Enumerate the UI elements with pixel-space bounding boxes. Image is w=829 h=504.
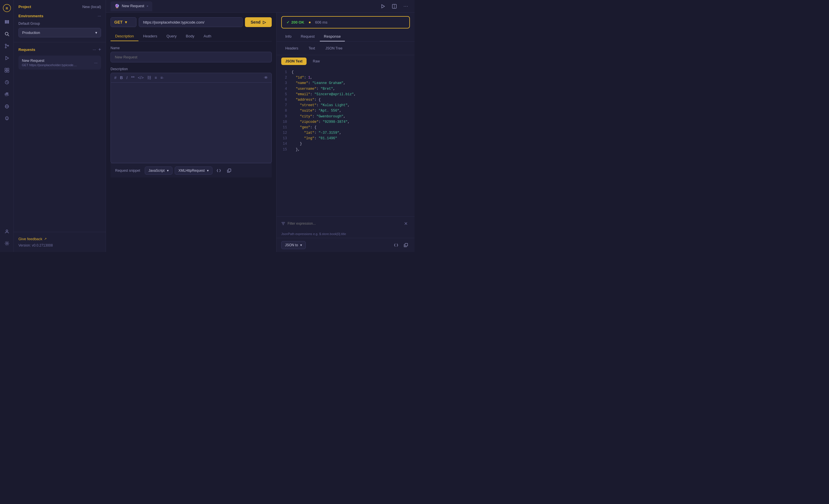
response-panel: ✓ 200 OK 606 ms Info Request Response He… [276,13,414,252]
json-line: 3 "name": "Leanne Graham", [281,81,410,86]
description-toolbar: # B I ❝❝ </> ⛓ ≡ ≡· 👁 [111,73,272,83]
request-item-name: New Request [22,59,77,63]
resp-tab-request[interactable]: Request [297,32,319,41]
snippet-library-select[interactable]: XMLHttpRequest ▾ [175,166,212,175]
name-field-label: Name [111,46,272,50]
svg-point-28 [6,230,8,232]
tab-description[interactable]: Description [111,32,139,41]
toolbar-code-icon[interactable]: </> [138,75,144,80]
description-editor-body[interactable] [111,83,272,163]
response-copy-button[interactable] [402,241,410,249]
svg-rect-21 [7,93,8,93]
run-button[interactable] [379,2,387,10]
json-line: 11 "geo": { [281,125,410,130]
method-chevron-icon: ▾ [125,20,127,25]
tab-close-button[interactable]: × [146,4,148,8]
resp-subtab-headers[interactable]: Headers [281,45,302,52]
sidebar-icon-run[interactable] [2,53,12,63]
tab-query[interactable]: Query [162,32,181,41]
give-feedback-link[interactable]: Give feedback ↗ [19,237,101,241]
method-select[interactable]: GET ▾ [111,17,137,27]
left-panel: Project New (local) Environments ··· Def… [14,0,106,252]
sidebar-icon-history[interactable] [2,77,12,87]
app-logo: R [2,3,11,13]
filter-expression-input[interactable] [288,222,400,226]
requests-more-icon[interactable]: ··· [93,47,96,52]
svg-rect-20 [6,93,7,93]
sidebar-icon-globe[interactable] [2,101,12,112]
sidebar-icon-settings[interactable] [2,238,12,248]
resp-subtab-json-tree[interactable]: JSON Tree [321,45,346,52]
toolbar-bold-icon[interactable]: B [120,75,123,80]
requests-add-icon[interactable]: + [99,47,101,52]
name-input[interactable] [111,52,272,63]
environments-more-icon[interactable]: ··· [98,13,101,18]
snippet-code-button[interactable] [215,166,223,175]
sidebar-icon-grid[interactable] [2,65,12,75]
status-separator-dot [309,22,311,23]
json-line: 1 { [281,70,410,75]
toolbar-eye-icon[interactable]: 👁 [264,75,268,80]
icon-sidebar: R [0,0,14,252]
toolbar-quote-icon[interactable]: ❝❝ [131,76,135,80]
json-line: 13 "lng": "81.1496" [281,136,410,141]
sidebar-icon-library[interactable] [2,17,12,27]
snippet-lang-chevron-icon: ▾ [167,168,169,172]
external-link-icon: ↗ [44,237,47,241]
svg-text:R: R [6,7,8,10]
layout-button[interactable] [390,2,398,10]
toolbar-link-icon[interactable]: ⛓ [147,75,151,80]
request-item-more-icon[interactable]: ··· [94,61,98,65]
description-label: Description [111,67,272,71]
snippet-lang-value: JavaScript [148,168,165,172]
filter-bar [277,216,414,230]
sidebar-icon-search[interactable] [2,29,12,39]
tab-body[interactable]: Body [181,32,199,41]
json-to-chevron-icon: ▾ [300,243,302,247]
environment-select[interactable]: Production ▾ [19,28,101,37]
resp-subtab-text[interactable]: Text [304,45,319,52]
request-list-item[interactable]: New Request GET https://jsonplaceholder.… [19,55,101,70]
snippet-copy-button[interactable] [225,166,233,175]
svg-point-29 [6,243,7,244]
filter-icon [281,222,285,226]
toolbar-list-icon[interactable]: ≡ [154,75,157,80]
json-line: 15 }, [281,147,410,152]
sidebar-icon-docker[interactable] [2,89,12,100]
snippet-language-select[interactable]: JavaScript ▾ [145,166,172,175]
filter-clear-button[interactable] [402,220,410,228]
svg-rect-12 [5,68,7,70]
sidebar-icon-branch[interactable] [2,41,12,51]
toolbar-heading-icon[interactable]: # [114,75,116,80]
url-input[interactable] [139,17,243,27]
response-code-button[interactable] [392,241,400,249]
tab-bar: 🔮 New Request × ··· [106,0,414,13]
resp-tab-info[interactable]: Info [281,32,296,41]
tab-headers[interactable]: Headers [139,32,162,41]
status-ok-indicator: ✓ 200 OK [286,20,304,25]
json-line: 14 } [281,141,410,147]
more-options-button[interactable]: ··· [402,2,410,10]
format-tab-raw[interactable]: Raw [309,57,324,65]
format-tab-json-text[interactable]: JSON Text [281,57,307,65]
tab-new-request[interactable]: 🔮 New Request × [111,1,152,11]
snippet-lib-value: XMLHttpRequest [178,168,205,172]
more-icon: ··· [403,4,408,9]
json-to-select[interactable]: JSON to ▾ [281,241,306,249]
snippet-bar: Request snippet JavaScript ▾ XMLHttpRequ… [111,163,272,178]
app-layout: R [0,0,414,252]
tab-icon: 🔮 [115,4,119,8]
json-line: 6 "address": { [281,97,410,103]
sidebar-icon-user[interactable] [2,226,12,236]
tab-auth[interactable]: Auth [199,32,216,41]
url-bar: GET ▾ Send ▷ [111,17,272,27]
response-format-tabs: JSON Text Raw [277,55,414,66]
svg-marker-30 [382,5,385,8]
send-button[interactable]: Send ▷ [245,17,272,27]
snippet-label: Request snippet [115,168,140,172]
resp-tab-response[interactable]: Response [320,32,345,41]
chevron-down-icon: ▾ [95,31,97,35]
toolbar-list-bullet-icon[interactable]: ≡· [160,75,164,80]
sidebar-icon-alien[interactable] [2,113,12,124]
toolbar-italic-icon[interactable]: I [127,75,128,80]
